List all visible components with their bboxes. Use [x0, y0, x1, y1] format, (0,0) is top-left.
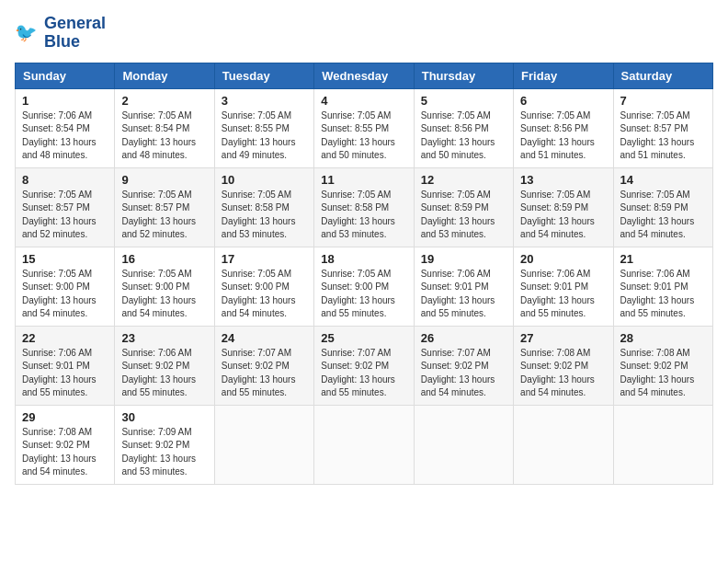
calendar-table: SundayMondayTuesdayWednesdayThursdayFrid… [15, 63, 713, 485]
calendar-cell: 1 Sunrise: 7:06 AM Sunset: 8:54 PM Dayli… [16, 88, 115, 167]
day-detail: Sunrise: 7:06 AM Sunset: 9:01 PM Dayligh… [421, 268, 506, 321]
day-number: 16 [121, 252, 207, 266]
day-detail: Sunrise: 7:05 AM Sunset: 8:59 PM Dayligh… [421, 189, 506, 242]
day-number: 22 [22, 331, 108, 345]
calendar-cell: 28 Sunrise: 7:08 AM Sunset: 9:02 PM Dayl… [613, 326, 712, 405]
day-number: 27 [520, 331, 606, 345]
calendar-cell: 9 Sunrise: 7:05 AM Sunset: 8:57 PM Dayli… [115, 167, 214, 247]
calendar-week-2: 15 Sunrise: 7:05 AM Sunset: 9:00 PM Dayl… [16, 247, 713, 326]
day-detail: Sunrise: 7:05 AM Sunset: 8:59 PM Dayligh… [620, 189, 706, 242]
day-number: 24 [222, 331, 307, 345]
calendar-cell: 10 Sunrise: 7:05 AM Sunset: 8:58 PM Dayl… [214, 167, 313, 247]
day-number: 25 [321, 331, 406, 345]
day-number: 1 [22, 94, 108, 108]
day-number: 20 [520, 252, 606, 266]
calendar-cell: 2 Sunrise: 7:05 AM Sunset: 8:54 PM Dayli… [115, 88, 214, 167]
day-number: 29 [22, 410, 108, 424]
logo-text: General Blue [44, 15, 106, 52]
calendar-cell: 19 Sunrise: 7:06 AM Sunset: 9:01 PM Dayl… [414, 247, 513, 326]
calendar-cell: 5 Sunrise: 7:05 AM Sunset: 8:56 PM Dayli… [414, 88, 513, 167]
logo: 🐦 General Blue [15, 15, 106, 52]
day-detail: Sunrise: 7:05 AM Sunset: 8:57 PM Dayligh… [22, 189, 108, 242]
day-detail: Sunrise: 7:05 AM Sunset: 8:54 PM Dayligh… [121, 109, 207, 163]
day-detail: Sunrise: 7:05 AM Sunset: 8:57 PM Dayligh… [620, 109, 706, 163]
day-detail: Sunrise: 7:05 AM Sunset: 8:56 PM Dayligh… [520, 109, 606, 163]
day-detail: Sunrise: 7:06 AM Sunset: 9:01 PM Dayligh… [620, 268, 706, 321]
calendar-cell [314, 405, 414, 484]
calendar-cell: 29 Sunrise: 7:08 AM Sunset: 9:02 PM Dayl… [16, 405, 115, 484]
weekday-header-friday: Friday [514, 63, 613, 88]
day-number: 4 [321, 94, 406, 108]
day-detail: Sunrise: 7:09 AM Sunset: 9:02 PM Dayligh… [121, 426, 207, 479]
calendar-cell: 23 Sunrise: 7:06 AM Sunset: 9:02 PM Dayl… [115, 326, 214, 405]
day-number: 9 [121, 173, 207, 187]
calendar-cell: 3 Sunrise: 7:05 AM Sunset: 8:55 PM Dayli… [214, 88, 313, 167]
calendar-cell: 14 Sunrise: 7:05 AM Sunset: 8:59 PM Dayl… [613, 167, 712, 247]
calendar-cell: 11 Sunrise: 7:05 AM Sunset: 8:58 PM Dayl… [314, 167, 414, 247]
calendar-cell: 22 Sunrise: 7:06 AM Sunset: 9:01 PM Dayl… [16, 326, 115, 405]
day-detail: Sunrise: 7:06 AM Sunset: 9:02 PM Dayligh… [121, 347, 207, 400]
weekday-header-thursday: Thursday [414, 63, 513, 88]
calendar-cell: 21 Sunrise: 7:06 AM Sunset: 9:01 PM Dayl… [613, 247, 712, 326]
day-detail: Sunrise: 7:06 AM Sunset: 9:01 PM Dayligh… [520, 268, 606, 321]
calendar-cell [613, 405, 712, 484]
day-number: 12 [421, 173, 506, 187]
day-number: 11 [321, 173, 406, 187]
calendar-week-3: 22 Sunrise: 7:06 AM Sunset: 9:01 PM Dayl… [16, 326, 713, 405]
day-detail: Sunrise: 7:08 AM Sunset: 9:02 PM Dayligh… [620, 347, 706, 400]
day-number: 13 [520, 173, 606, 187]
day-number: 21 [620, 252, 706, 266]
day-detail: Sunrise: 7:05 AM Sunset: 8:58 PM Dayligh… [321, 189, 406, 242]
day-detail: Sunrise: 7:05 AM Sunset: 8:59 PM Dayligh… [520, 189, 606, 242]
page-header: 🐦 General Blue [15, 15, 713, 52]
calendar-cell: 25 Sunrise: 7:07 AM Sunset: 9:02 PM Dayl… [314, 326, 414, 405]
svg-text:🐦: 🐦 [15, 20, 38, 42]
calendar-cell: 8 Sunrise: 7:05 AM Sunset: 8:57 PM Dayli… [16, 167, 115, 247]
calendar-week-0: 1 Sunrise: 7:06 AM Sunset: 8:54 PM Dayli… [16, 88, 713, 167]
day-number: 30 [121, 410, 207, 424]
day-number: 19 [421, 252, 506, 266]
day-number: 14 [620, 173, 706, 187]
day-number: 26 [421, 331, 506, 345]
day-number: 18 [321, 252, 406, 266]
day-detail: Sunrise: 7:07 AM Sunset: 9:02 PM Dayligh… [222, 347, 307, 400]
day-detail: Sunrise: 7:08 AM Sunset: 9:02 PM Dayligh… [520, 347, 606, 400]
day-number: 2 [121, 94, 207, 108]
calendar-cell: 12 Sunrise: 7:05 AM Sunset: 8:59 PM Dayl… [414, 167, 513, 247]
calendar-cell: 15 Sunrise: 7:05 AM Sunset: 9:00 PM Dayl… [16, 247, 115, 326]
calendar-cell: 16 Sunrise: 7:05 AM Sunset: 9:00 PM Dayl… [115, 247, 214, 326]
calendar-body: 1 Sunrise: 7:06 AM Sunset: 8:54 PM Dayli… [16, 88, 713, 484]
calendar-cell: 30 Sunrise: 7:09 AM Sunset: 9:02 PM Dayl… [115, 405, 214, 484]
day-number: 17 [222, 252, 307, 266]
day-number: 28 [620, 331, 706, 345]
calendar-cell: 6 Sunrise: 7:05 AM Sunset: 8:56 PM Dayli… [514, 88, 613, 167]
weekday-header-row: SundayMondayTuesdayWednesdayThursdayFrid… [16, 63, 713, 88]
calendar-cell: 18 Sunrise: 7:05 AM Sunset: 9:00 PM Dayl… [314, 247, 414, 326]
weekday-header-tuesday: Tuesday [214, 63, 313, 88]
day-number: 15 [22, 252, 108, 266]
day-detail: Sunrise: 7:05 AM Sunset: 8:55 PM Dayligh… [321, 109, 406, 163]
calendar-cell: 20 Sunrise: 7:06 AM Sunset: 9:01 PM Dayl… [514, 247, 613, 326]
day-number: 5 [421, 94, 506, 108]
day-number: 7 [620, 94, 706, 108]
calendar-week-4: 29 Sunrise: 7:08 AM Sunset: 9:02 PM Dayl… [16, 405, 713, 484]
day-detail: Sunrise: 7:06 AM Sunset: 9:01 PM Dayligh… [22, 347, 108, 400]
calendar-week-1: 8 Sunrise: 7:05 AM Sunset: 8:57 PM Dayli… [16, 167, 713, 247]
day-number: 3 [222, 94, 307, 108]
day-detail: Sunrise: 7:07 AM Sunset: 9:02 PM Dayligh… [321, 347, 406, 400]
day-detail: Sunrise: 7:06 AM Sunset: 8:54 PM Dayligh… [22, 109, 108, 163]
calendar-cell [414, 405, 513, 484]
day-detail: Sunrise: 7:05 AM Sunset: 8:56 PM Dayligh… [421, 109, 506, 163]
calendar-cell: 4 Sunrise: 7:05 AM Sunset: 8:55 PM Dayli… [314, 88, 414, 167]
day-number: 23 [121, 331, 207, 345]
logo-icon: 🐦 [15, 20, 40, 46]
calendar-cell: 27 Sunrise: 7:08 AM Sunset: 9:02 PM Dayl… [514, 326, 613, 405]
day-detail: Sunrise: 7:05 AM Sunset: 8:55 PM Dayligh… [222, 109, 307, 163]
day-detail: Sunrise: 7:05 AM Sunset: 9:00 PM Dayligh… [222, 268, 307, 321]
calendar-cell [214, 405, 313, 484]
weekday-header-wednesday: Wednesday [314, 63, 414, 88]
day-number: 8 [22, 173, 108, 187]
day-detail: Sunrise: 7:05 AM Sunset: 9:00 PM Dayligh… [22, 268, 108, 321]
day-detail: Sunrise: 7:05 AM Sunset: 9:00 PM Dayligh… [321, 268, 406, 321]
day-number: 6 [520, 94, 606, 108]
